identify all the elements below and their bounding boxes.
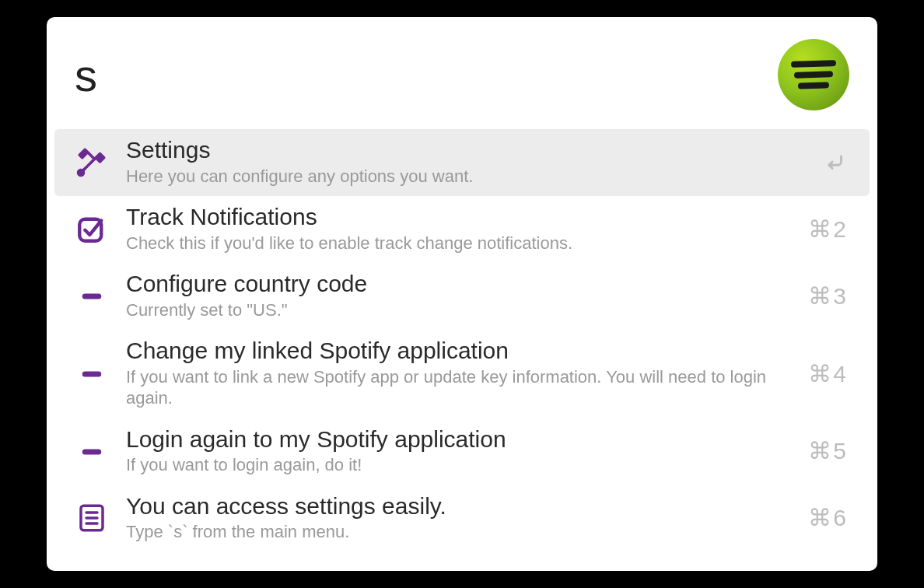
result-shortcut: ⌘2 <box>792 215 848 243</box>
result-row-settings[interactable]: Settings Here you can configure any opti… <box>54 129 870 196</box>
result-title: Track Notifications <box>126 204 776 231</box>
result-body: Settings Here you can configure any opti… <box>126 137 776 187</box>
svg-rect-2 <box>82 294 102 299</box>
checkbox-icon <box>73 210 110 247</box>
result-subtitle: If you want to link a new Spotify app or… <box>126 366 776 409</box>
result-subtitle: Here you can configure any options you w… <box>126 166 776 187</box>
result-row-configure-country-code[interactable]: Configure country code Currently set to … <box>54 263 870 330</box>
results-list: Settings Here you can configure any opti… <box>47 129 877 571</box>
result-subtitle: If you want to login again, do it! <box>126 454 776 476</box>
minus-icon <box>73 432 110 470</box>
result-subtitle: Type `s` from the main menu. <box>126 521 776 543</box>
minus-icon <box>73 277 110 314</box>
result-title: Change my linked Spotify application <box>126 338 776 365</box>
result-title: Configure country code <box>126 271 776 298</box>
minus-icon <box>73 355 110 392</box>
result-title: Settings <box>126 137 776 164</box>
result-shortcut: ⌘5 <box>792 437 848 464</box>
result-row-track-notifications[interactable]: Track Notifications Check this if you'd … <box>54 196 870 263</box>
svg-point-0 <box>79 170 84 176</box>
list-icon <box>73 499 110 537</box>
result-title: You can access settings easily. <box>126 493 776 520</box>
result-row-access-settings-tip[interactable]: You can access settings easily. Type `s`… <box>54 485 870 552</box>
command-panel: Settings Here you can configure any opti… <box>47 17 877 571</box>
result-body: Track Notifications Check this if you'd … <box>126 204 776 254</box>
result-row-login-again[interactable]: Login again to my Spotify application If… <box>54 418 870 485</box>
header <box>47 17 877 129</box>
result-row-change-linked-spotify[interactable]: Change my linked Spotify application If … <box>54 330 870 418</box>
result-subtitle: Currently set to "US." <box>126 299 776 321</box>
result-shortcut: ⌘6 <box>792 504 848 531</box>
search-input[interactable] <box>75 49 778 101</box>
result-title: Login again to my Spotify application <box>126 426 776 453</box>
result-shortcut: ⌘3 <box>792 282 848 310</box>
result-subtitle: Check this if you'd like to enable track… <box>126 233 776 254</box>
return-icon <box>792 149 848 175</box>
result-body: Change my linked Spotify application If … <box>126 338 776 409</box>
svg-rect-4 <box>82 449 102 454</box>
search-wrap <box>75 49 778 101</box>
result-body: Configure country code Currently set to … <box>126 271 776 320</box>
result-body: Login again to my Spotify application If… <box>126 426 776 476</box>
result-shortcut: ⌘4 <box>792 360 848 387</box>
spotify-logo-icon <box>778 39 849 110</box>
svg-rect-3 <box>82 371 102 376</box>
tools-icon <box>73 143 110 180</box>
result-body: You can access settings easily. Type `s`… <box>126 493 776 543</box>
